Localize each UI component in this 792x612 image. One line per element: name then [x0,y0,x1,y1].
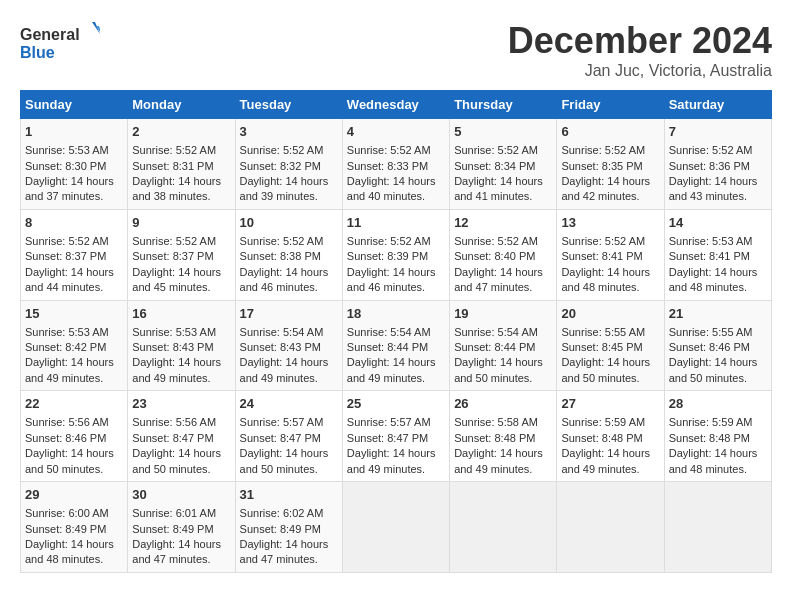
sunrise-text: Sunrise: 5:52 AM [132,144,216,156]
calendar-cell: 6Sunrise: 5:52 AMSunset: 8:35 PMDaylight… [557,119,664,210]
sunrise-text: Sunrise: 5:52 AM [240,235,324,247]
calendar-cell: 27Sunrise: 5:59 AMSunset: 8:48 PMDayligh… [557,391,664,482]
daylight-minutes: and 48 minutes. [669,281,747,293]
daylight-text: Daylight: 14 hours [347,447,436,459]
day-number: 28 [669,395,767,413]
daylight-minutes: and 49 minutes. [347,372,425,384]
day-number: 2 [132,123,230,141]
daylight-text: Daylight: 14 hours [25,447,114,459]
daylight-text: Daylight: 14 hours [561,266,650,278]
sunrise-text: Sunrise: 5:52 AM [347,144,431,156]
sunset-text: Sunset: 8:48 PM [454,432,535,444]
calendar-cell: 28Sunrise: 5:59 AMSunset: 8:48 PMDayligh… [664,391,771,482]
day-number: 14 [669,214,767,232]
daylight-text: Daylight: 14 hours [347,266,436,278]
sunrise-text: Sunrise: 5:58 AM [454,416,538,428]
daylight-text: Daylight: 14 hours [132,538,221,550]
week-row-1: 1Sunrise: 5:53 AMSunset: 8:30 PMDaylight… [21,119,772,210]
sunrise-text: Sunrise: 5:56 AM [25,416,109,428]
week-row-2: 8Sunrise: 5:52 AMSunset: 8:37 PMDaylight… [21,209,772,300]
daylight-minutes: and 49 minutes. [347,463,425,475]
daylight-minutes: and 48 minutes. [669,463,747,475]
daylight-minutes: and 38 minutes. [132,190,210,202]
sunrise-text: Sunrise: 5:53 AM [25,326,109,338]
sunset-text: Sunset: 8:40 PM [454,250,535,262]
calendar-cell: 4Sunrise: 5:52 AMSunset: 8:33 PMDaylight… [342,119,449,210]
calendar-cell: 10Sunrise: 5:52 AMSunset: 8:38 PMDayligh… [235,209,342,300]
sunset-text: Sunset: 8:47 PM [347,432,428,444]
sunrise-text: Sunrise: 5:52 AM [132,235,216,247]
calendar-cell [450,482,557,573]
calendar-cell: 2Sunrise: 5:52 AMSunset: 8:31 PMDaylight… [128,119,235,210]
day-number: 19 [454,305,552,323]
day-number: 3 [240,123,338,141]
sunrise-text: Sunrise: 5:54 AM [454,326,538,338]
daylight-text: Daylight: 14 hours [454,266,543,278]
day-number: 20 [561,305,659,323]
sunrise-text: Sunrise: 5:52 AM [454,144,538,156]
week-row-4: 22Sunrise: 5:56 AMSunset: 8:46 PMDayligh… [21,391,772,482]
calendar-cell: 23Sunrise: 5:56 AMSunset: 8:47 PMDayligh… [128,391,235,482]
daylight-minutes: and 42 minutes. [561,190,639,202]
calendar-table: SundayMondayTuesdayWednesdayThursdayFrid… [20,90,772,573]
column-header-saturday: Saturday [664,91,771,119]
daylight-minutes: and 41 minutes. [454,190,532,202]
calendar-cell: 1Sunrise: 5:53 AMSunset: 8:30 PMDaylight… [21,119,128,210]
day-number: 12 [454,214,552,232]
sunset-text: Sunset: 8:32 PM [240,160,321,172]
daylight-text: Daylight: 14 hours [347,356,436,368]
day-number: 26 [454,395,552,413]
day-number: 7 [669,123,767,141]
column-header-tuesday: Tuesday [235,91,342,119]
sunrise-text: Sunrise: 5:53 AM [132,326,216,338]
svg-text:General: General [20,26,80,43]
sunset-text: Sunset: 8:47 PM [132,432,213,444]
daylight-text: Daylight: 14 hours [132,356,221,368]
logo-svg: General Blue [20,20,100,65]
daylight-text: Daylight: 14 hours [561,447,650,459]
sunrise-text: Sunrise: 5:52 AM [347,235,431,247]
sunset-text: Sunset: 8:42 PM [25,341,106,353]
daylight-text: Daylight: 14 hours [132,175,221,187]
sunset-text: Sunset: 8:49 PM [132,523,213,535]
sunset-text: Sunset: 8:47 PM [240,432,321,444]
calendar-cell: 17Sunrise: 5:54 AMSunset: 8:43 PMDayligh… [235,300,342,391]
day-number: 25 [347,395,445,413]
daylight-minutes: and 45 minutes. [132,281,210,293]
sunset-text: Sunset: 8:36 PM [669,160,750,172]
day-number: 16 [132,305,230,323]
daylight-text: Daylight: 14 hours [25,538,114,550]
day-number: 1 [25,123,123,141]
daylight-text: Daylight: 14 hours [561,356,650,368]
daylight-minutes: and 50 minutes. [240,463,318,475]
week-row-3: 15Sunrise: 5:53 AMSunset: 8:42 PMDayligh… [21,300,772,391]
day-number: 29 [25,486,123,504]
column-header-wednesday: Wednesday [342,91,449,119]
calendar-cell [557,482,664,573]
daylight-minutes: and 49 minutes. [25,372,103,384]
daylight-minutes: and 48 minutes. [25,553,103,565]
header-row: SundayMondayTuesdayWednesdayThursdayFrid… [21,91,772,119]
sunrise-text: Sunrise: 5:52 AM [561,235,645,247]
sunrise-text: Sunrise: 5:53 AM [25,144,109,156]
sunrise-text: Sunrise: 6:00 AM [25,507,109,519]
day-number: 9 [132,214,230,232]
calendar-cell: 24Sunrise: 5:57 AMSunset: 8:47 PMDayligh… [235,391,342,482]
sunrise-text: Sunrise: 5:57 AM [347,416,431,428]
sunset-text: Sunset: 8:31 PM [132,160,213,172]
sunset-text: Sunset: 8:44 PM [347,341,428,353]
daylight-text: Daylight: 14 hours [669,266,758,278]
day-number: 5 [454,123,552,141]
day-number: 31 [240,486,338,504]
sunrise-text: Sunrise: 5:52 AM [561,144,645,156]
day-number: 6 [561,123,659,141]
day-number: 30 [132,486,230,504]
daylight-text: Daylight: 14 hours [561,175,650,187]
day-number: 8 [25,214,123,232]
daylight-minutes: and 46 minutes. [240,281,318,293]
sunset-text: Sunset: 8:41 PM [669,250,750,262]
sunset-text: Sunset: 8:49 PM [25,523,106,535]
daylight-minutes: and 46 minutes. [347,281,425,293]
calendar-cell: 25Sunrise: 5:57 AMSunset: 8:47 PMDayligh… [342,391,449,482]
calendar-cell: 29Sunrise: 6:00 AMSunset: 8:49 PMDayligh… [21,482,128,573]
